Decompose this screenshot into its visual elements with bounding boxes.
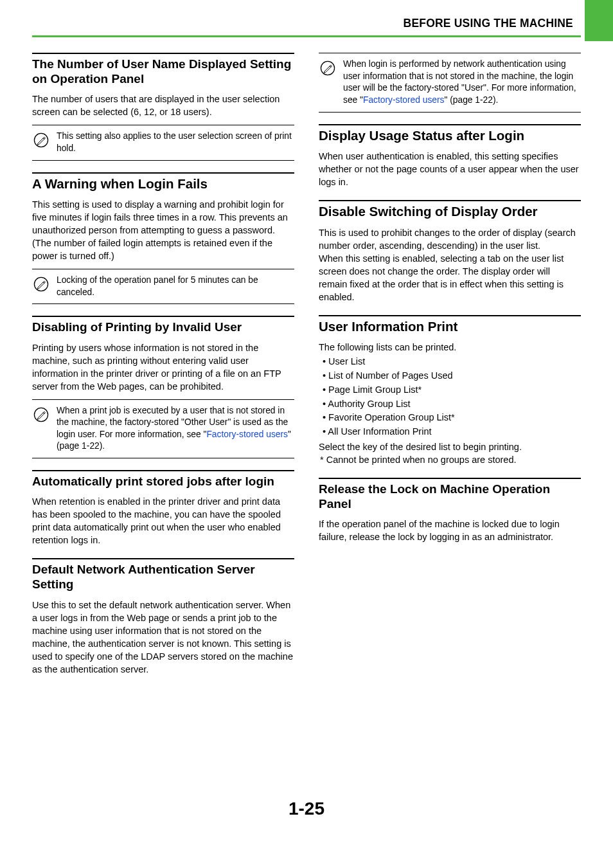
pencil-icon <box>32 275 50 293</box>
section-rule <box>32 470 294 471</box>
note-post: (page 1-22). <box>450 95 498 105</box>
pencil-icon <box>32 131 50 149</box>
note-text: This setting also applies to the user se… <box>57 131 294 154</box>
section-title: Display Usage Status after Login <box>319 128 581 144</box>
body-text: The number of users that are displayed i… <box>32 93 294 118</box>
page-header: BEFORE USING THE MACHINE <box>32 17 581 37</box>
section-rule <box>319 478 581 479</box>
list-item: All User Information Print <box>323 425 581 439</box>
section-disable-switching: Disable Switching of Display Order This … <box>319 200 581 303</box>
section-title: Automatically print stored jobs after lo… <box>32 474 294 489</box>
section-title: Disable Switching of Display Order <box>319 204 581 220</box>
pencil-icon <box>32 405 50 423</box>
section-rule <box>32 558 294 559</box>
header-rule <box>32 35 581 37</box>
body-text: Use this to set the default network auth… <box>32 599 294 676</box>
body-text: When user authentication is enabled, thi… <box>319 150 581 188</box>
list-item: Favorite Operation Group List* <box>323 411 581 425</box>
section-display-usage: Display Usage Status after Login When us… <box>319 124 581 189</box>
list-item: Authority Group List <box>323 397 581 411</box>
note-text: When a print job is executed by a user t… <box>57 405 294 453</box>
list-item: User List <box>323 355 581 369</box>
section-rule <box>32 53 294 54</box>
section-auto-print-stored: Automatically print stored jobs after lo… <box>32 470 294 547</box>
note-rule <box>32 458 294 458</box>
note-box: When login is performed by network authe… <box>319 53 581 113</box>
section-title: Default Network Authentication Server Se… <box>32 562 294 592</box>
section-user-name-count: The Number of User Name Displayed Settin… <box>32 53 294 161</box>
list-item: List of Number of Pages Used <box>323 369 581 383</box>
section-default-auth-server: Default Network Authentication Server Se… <box>32 558 294 675</box>
list-item: Page Limit Group List* <box>323 383 581 397</box>
section-title: User Information Print <box>319 319 581 335</box>
link-factory-users[interactable]: Factory-stored users <box>363 95 445 105</box>
left-column: The Number of User Name Displayed Settin… <box>32 53 294 676</box>
body-text: Printing by users whose information is n… <box>32 341 294 393</box>
header-title: BEFORE USING THE MACHINE <box>32 17 581 30</box>
note-post: (page 1-22). <box>57 441 105 451</box>
note-rule <box>32 303 294 304</box>
body-text: If the operation panel of the machine is… <box>319 518 581 543</box>
section-rule <box>319 315 581 316</box>
note-box: This setting also applies to the user se… <box>32 125 294 160</box>
section-disable-print-invalid: Disabling of Printing by Invalid User Pr… <box>32 316 294 458</box>
note-box: Locking of the operation panel for 5 min… <box>32 269 294 304</box>
tab-decor <box>585 0 613 41</box>
body-text: The following lists can be printed. <box>319 341 581 354</box>
section-rule <box>32 172 294 174</box>
body-text: Select the key of the desired list to be… <box>319 440 581 453</box>
body-text: This setting is used to display a warnin… <box>32 198 294 262</box>
note-rule <box>32 160 294 161</box>
section-rule <box>319 124 581 125</box>
section-title: Disabling of Printing by Invalid User <box>32 320 294 334</box>
footnote: * Cannot be printed when no groups are s… <box>319 453 581 466</box>
body-text: When this setting is enabled, selecting … <box>319 252 581 303</box>
body-text: This is used to prohibit changes to the … <box>319 226 581 252</box>
section-title: A Warning when Login Fails <box>32 176 294 192</box>
pencil-icon <box>319 59 337 77</box>
section-title: The Number of User Name Displayed Settin… <box>32 57 294 86</box>
section-rule <box>32 316 294 317</box>
note-rule <box>319 112 581 113</box>
section-user-info-print: User Information Print The following lis… <box>319 315 581 466</box>
section-warning-login-fails: A Warning when Login Fails This setting … <box>32 172 294 305</box>
link-factory-users[interactable]: Factory-stored users <box>206 429 288 439</box>
page-number: 1-25 <box>0 799 613 819</box>
body-text: When retention is enabled in the printer… <box>32 495 294 547</box>
note-box: When a print job is executed by a user t… <box>32 399 294 459</box>
right-column: When login is performed by network authe… <box>319 53 581 676</box>
section-release-lock: Release the Lock on Machine Operation Pa… <box>319 478 581 543</box>
section-rule <box>319 200 581 201</box>
note-text: Locking of the operation panel for 5 min… <box>57 275 294 298</box>
bullet-list: User List List of Number of Pages Used P… <box>319 355 581 439</box>
section-title: Release the Lock on Machine Operation Pa… <box>319 482 581 511</box>
note-text: When login is performed by network authe… <box>343 59 581 107</box>
